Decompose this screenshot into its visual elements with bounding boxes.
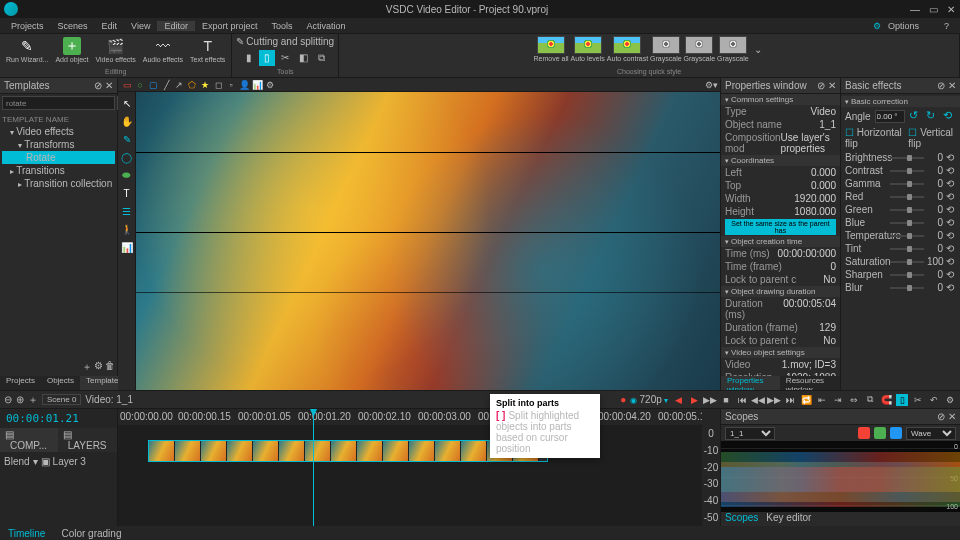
eff-close-icon[interactable]: ✕ (948, 80, 956, 91)
shape-people-icon[interactable]: 👤 (239, 80, 249, 90)
menu-edit[interactable]: Edit (95, 21, 125, 31)
hflip-checkbox[interactable]: ☐ Horizontal flip (845, 127, 902, 149)
prev-frame-button[interactable]: ◀ (672, 394, 684, 406)
slider-2[interactable] (890, 183, 924, 185)
tab-projects[interactable]: Projects ... (0, 376, 41, 390)
slider-4[interactable] (890, 209, 924, 211)
tab-resources[interactable]: Resources window (780, 376, 840, 390)
stop-button[interactable]: ■ (720, 394, 732, 406)
shape-more-icon[interactable]: ▫ (226, 80, 236, 90)
slider-reset-2[interactable]: ⟲ (946, 178, 956, 189)
playhead[interactable] (313, 409, 314, 526)
slider-reset-4[interactable]: ⟲ (946, 204, 956, 215)
undo-button[interactable]: ↶ (928, 394, 940, 406)
menu-view[interactable]: View (124, 21, 157, 31)
tab-properties[interactable]: Properties window (721, 376, 780, 390)
scope-g-button[interactable] (874, 427, 886, 439)
marker-in-button[interactable]: ⇤ (816, 394, 828, 406)
slider-reset-5[interactable]: ⟲ (946, 217, 956, 228)
timeline[interactable]: 00:00:00.00 00:00:00.15 00:00:01.05 00:0… (118, 409, 702, 526)
shape-gear-icon[interactable]: ⚙ (265, 80, 275, 90)
color-grading-tab[interactable]: Color grading (53, 528, 129, 539)
slider-reset-10[interactable]: ⟲ (946, 282, 956, 293)
shape-star-icon[interactable]: ★ (200, 80, 210, 90)
section-coords[interactable]: Coordinates (721, 155, 840, 166)
template-add-button[interactable]: ＋ (82, 360, 92, 374)
scope-source-select[interactable]: 1_1 (725, 427, 775, 440)
step-fwd-button[interactable]: ▶▶ (768, 394, 780, 406)
style-grayscale-1[interactable]: Grayscale (650, 36, 682, 62)
split-button[interactable]: ▯ (896, 394, 908, 406)
hand-tool-icon[interactable]: ✋ (120, 114, 134, 128)
trim-tool[interactable]: ◧ (295, 50, 311, 66)
tree-video-effects[interactable]: ▾ Video effects (2, 125, 115, 138)
crop-tool[interactable]: ⧉ (313, 50, 329, 66)
slider-1[interactable] (890, 170, 924, 172)
scopes-pin-icon[interactable]: ⊘ (937, 411, 945, 422)
shape-round-icon[interactable]: ▢ (148, 80, 158, 90)
rotate-reset-icon[interactable]: ⟲ (943, 109, 956, 123)
cut-button[interactable]: ✂ (912, 394, 924, 406)
video-preview[interactable] (136, 92, 720, 390)
shape-rect-icon[interactable]: ▭ (122, 80, 132, 90)
menu-editor[interactable]: Editor (157, 21, 195, 31)
video-effects-button[interactable]: 🎬Video effects (94, 36, 138, 64)
tree-transitions[interactable]: ▸ Transitions (2, 164, 115, 177)
loop-button[interactable]: 🔁 (800, 394, 812, 406)
chart-tool-icon[interactable]: 📊 (120, 240, 134, 254)
slider-reset-3[interactable]: ⟲ (946, 191, 956, 202)
text-effects-button[interactable]: TText effects (188, 36, 227, 64)
track-vis-icon[interactable]: ▣ (41, 456, 50, 467)
tab-objects[interactable]: Objects ... (41, 376, 80, 390)
eff-pin-icon[interactable]: ⊘ (937, 80, 945, 91)
panel-pin-icon[interactable]: ⊘ (94, 80, 102, 91)
video-clip[interactable] (148, 440, 548, 462)
tree-rotate[interactable]: Rotate (2, 151, 115, 164)
style-auto-levels[interactable]: Auto levels (571, 36, 605, 62)
resolution-select[interactable]: ◉ 720p ▾ (630, 394, 668, 405)
scene-tab[interactable]: Scene 0 (42, 394, 81, 405)
template-settings-button[interactable]: ⚙ (94, 360, 103, 374)
minimize-button[interactable]: — (910, 4, 920, 15)
shape-chart-icon[interactable]: 📊 (252, 80, 262, 90)
layers-tab[interactable]: ▤ LAYERS (58, 428, 117, 452)
person-tool-icon[interactable]: 🚶 (120, 222, 134, 236)
scene-nav-left[interactable]: ⊖ (4, 394, 12, 405)
slider-9[interactable] (890, 274, 924, 276)
style-grayscale-3[interactable]: Grayscale (717, 36, 749, 62)
options-button[interactable]: ⚙Options (866, 21, 933, 31)
scene-nav-right[interactable]: ⊕ (16, 394, 24, 405)
shape-line-icon[interactable]: ╱ (161, 80, 171, 90)
track-row[interactable]: Blend▾ ▣ Layer 3 (2, 454, 115, 469)
slider-6[interactable] (890, 235, 924, 237)
shape-tool-icon[interactable]: ◯ (120, 150, 134, 164)
subtitle-tool-icon[interactable]: ☰ (120, 204, 134, 218)
slider-reset-9[interactable]: ⟲ (946, 269, 956, 280)
settings-button[interactable]: ⚙ (944, 394, 956, 406)
tree-transition-collection[interactable]: ▸ Transition collection (2, 177, 115, 190)
video-tab[interactable]: Video: 1_1 (85, 394, 133, 405)
slider-reset-7[interactable]: ⟲ (946, 243, 956, 254)
section-basic-correction[interactable]: Basic correction (841, 96, 960, 107)
slider-5[interactable] (890, 222, 924, 224)
timeline-tab[interactable]: Timeline (0, 528, 53, 539)
record-icon[interactable]: ● (620, 394, 626, 405)
add-object-button[interactable]: ＋Add object (53, 36, 90, 64)
shape-circle-icon[interactable]: ○ (135, 80, 145, 90)
props-close-icon[interactable]: ✕ (828, 80, 836, 91)
menu-tools[interactable]: Tools (264, 21, 299, 31)
style-remove-all[interactable]: Remove all (534, 36, 569, 62)
slider-reset-0[interactable]: ⟲ (946, 152, 956, 163)
range-button[interactable]: ⇔ (848, 394, 860, 406)
slider-0[interactable] (890, 157, 924, 159)
scope-mode-select[interactable]: Wave (906, 427, 956, 440)
slider-reset-6[interactable]: ⟲ (946, 230, 956, 241)
pen-tool-icon[interactable]: ✎ (120, 132, 134, 146)
play-button[interactable]: ▶ (688, 394, 700, 406)
slider-reset-8[interactable]: ⟲ (946, 256, 956, 267)
template-search-input[interactable] (2, 96, 115, 110)
timeline-ruler[interactable]: 00:00:00.00 00:00:00.15 00:00:01.05 00:0… (118, 409, 702, 425)
marker-out-button[interactable]: ⇥ (832, 394, 844, 406)
preview-settings-icon[interactable]: ⚙▾ (706, 80, 716, 90)
shape-poly-icon[interactable]: ⬠ (187, 80, 197, 90)
